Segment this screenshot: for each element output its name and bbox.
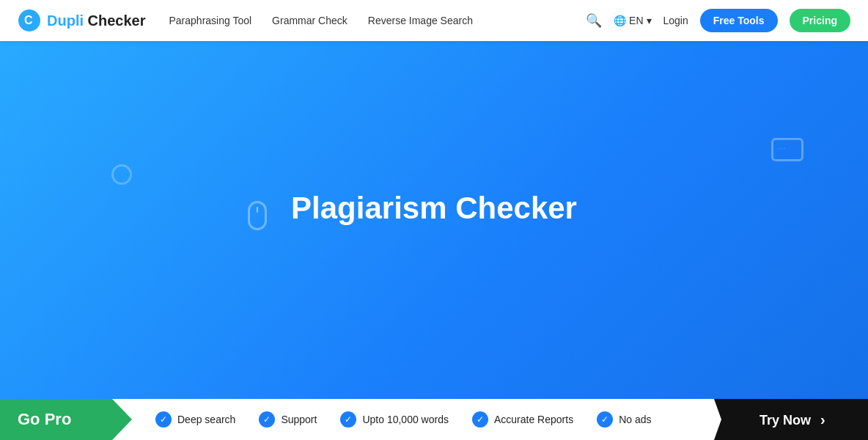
feature-support-label: Support [281,414,317,425]
nav-link-reverse-image[interactable]: Reverse Image Search [368,15,473,26]
feature-support: ✓ Support [259,411,317,428]
search-icon[interactable]: 🔍 [586,12,602,29]
nav-right: 🔍 🌐 EN ▾ Login Free Tools Pricing [586,9,850,32]
hero-section: Plagiarism Checker [0,41,868,399]
feature-words-label: Upto 10,000 words [362,414,449,425]
go-pro-label: Go Pro [18,410,71,429]
feature-reports-label: Accurate Reports [494,414,573,425]
deco-mouse [248,201,267,230]
lang-label: EN [629,15,643,26]
check-icon-words: ✓ [340,411,356,428]
try-now-section[interactable]: Try Now › [736,399,868,440]
nav-link-grammar[interactable]: Grammar Check [272,15,347,26]
check-icon-reports: ✓ [472,411,488,428]
navbar: C Dupli Checker Paraphrasing Tool Gramma… [0,0,868,41]
language-selector[interactable]: 🌐 EN ▾ [614,15,651,26]
feature-words-limit: ✓ Upto 10,000 words [340,411,449,428]
logo-text: Dupli Checker [47,12,146,29]
check-icon-deep-search: ✓ [155,411,172,428]
nav-links: Paraphrasing Tool Grammar Check Reverse … [169,15,586,26]
hero-title: Plagiarism Checker [291,191,577,226]
check-icon-no-ads: ✓ [597,411,613,428]
deco-chat [771,138,803,161]
deco-circle [111,164,132,185]
svg-text:C: C [24,14,33,26]
go-pro-features: ✓ Deep search ✓ Support ✓ Upto 10,000 wo… [132,399,707,440]
feature-no-ads-label: No ads [619,414,651,425]
feature-deep-search-label: Deep search [177,414,235,425]
nav-link-paraphrasing[interactable]: Paraphrasing Tool [169,15,252,26]
login-link[interactable]: Login [663,15,688,26]
logo[interactable]: C Dupli Checker [18,9,146,32]
check-icon-support: ✓ [259,411,275,428]
free-tools-button[interactable]: Free Tools [700,9,778,32]
pricing-button[interactable]: Pricing [790,9,850,32]
banner-divider-arrow [707,399,736,440]
go-pro-banner: Go Pro ✓ Deep search ✓ Support ✓ Upto 10… [0,399,868,440]
feature-deep-search: ✓ Deep search [155,411,235,428]
arrow-right-icon: › [820,411,825,428]
lang-dropdown-icon: ▾ [647,15,652,26]
try-now-button[interactable]: Try Now › [760,411,825,428]
logo-icon: C [18,9,41,32]
go-pro-tag[interactable]: Go Pro [0,399,132,440]
globe-icon: 🌐 [614,15,626,26]
feature-accurate-reports: ✓ Accurate Reports [472,411,573,428]
feature-no-ads: ✓ No ads [597,411,651,428]
